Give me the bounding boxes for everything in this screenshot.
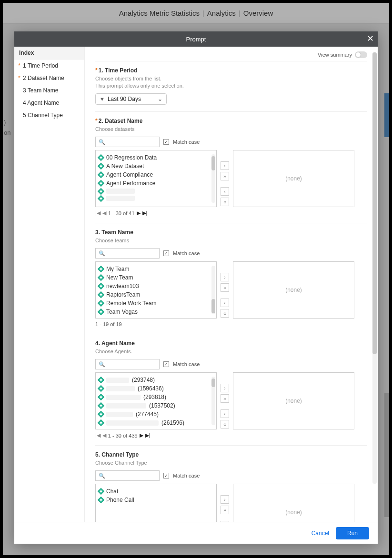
move-left-button[interactable]: ‹ [221, 299, 229, 307]
move-all-left-button[interactable]: « [221, 198, 229, 206]
section-desc: Choose teams [95, 237, 367, 244]
index-sidebar: Index 1 Time Period2 Dataset Name3 Team … [14, 47, 85, 522]
redacted-name [106, 412, 133, 417]
sidebar-item[interactable]: 3 Team Name [14, 84, 84, 97]
sidebar-item[interactable]: 1 Time Period [14, 60, 84, 72]
list-item[interactable]: newteam103 [99, 282, 213, 290]
list-item[interactable]: RaptorsTeam [99, 290, 213, 299]
agent-selected-list[interactable]: (none) [233, 372, 354, 429]
content-scrollbar[interactable] [372, 52, 377, 484]
list-item[interactable]: (261596) [99, 418, 213, 427]
move-right-button[interactable]: › [221, 273, 229, 281]
dataset-search-input[interactable]: 🔍 [95, 137, 160, 147]
list-item[interactable]: 00 Regression Data [99, 153, 213, 162]
list-item[interactable]: (293748) [99, 376, 213, 384]
move-all-left-button[interactable]: « [221, 309, 229, 318]
move-all-right-button[interactable]: » [221, 172, 229, 180]
agent-search-input[interactable]: 🔍 [95, 359, 160, 369]
match-case-checkbox[interactable] [163, 473, 169, 478]
run-button[interactable]: Run [336, 527, 369, 539]
cancel-button[interactable]: Cancel [312, 530, 329, 537]
list-scrollbar[interactable] [211, 377, 215, 425]
search-icon: 🔍 [99, 361, 105, 368]
dataset-icon [99, 284, 103, 289]
pager-next-button[interactable]: ▶ [140, 432, 143, 438]
modal-title: Prompt [186, 36, 206, 43]
move-right-button[interactable]: › [221, 495, 229, 504]
redacted-name [106, 395, 141, 400]
close-icon[interactable]: ✕ [367, 33, 374, 44]
move-left-button[interactable]: ‹ [221, 409, 229, 418]
match-case-checkbox[interactable] [163, 250, 169, 256]
dataset-icon [99, 412, 103, 417]
search-icon: 🔍 [99, 250, 105, 257]
list-item[interactable]: Chat [99, 487, 213, 496]
list-item[interactable]: (1596436) [99, 384, 213, 393]
match-case-label: Match case [173, 139, 200, 145]
list-item[interactable]: Remote Work Team [99, 299, 213, 308]
channel-search-input[interactable]: 🔍 [95, 470, 160, 481]
list-item[interactable]: My Team [99, 265, 213, 273]
section-desc: Choose Agents. [95, 348, 367, 355]
pager-last-button[interactable]: ▶| [142, 210, 148, 216]
sidebar-item[interactable]: 4 Agent Name [14, 97, 84, 109]
move-all-right-button[interactable]: » [221, 283, 229, 292]
list-item[interactable]: New Team [99, 273, 213, 282]
dataset-icon [99, 386, 103, 391]
dataset-icon [99, 172, 103, 177]
list-item[interactable]: Team Vegas [99, 308, 213, 316]
team-selected-list[interactable]: (none) [233, 261, 354, 319]
move-all-right-button[interactable]: » [221, 506, 229, 514]
match-case-checkbox[interactable] [163, 139, 169, 145]
list-item[interactable]: Phone Call [99, 496, 213, 504]
match-case-checkbox[interactable] [163, 361, 169, 367]
pager-first-button[interactable]: |◀ [95, 210, 101, 216]
team-search-input[interactable]: 🔍 [95, 248, 160, 259]
list-item[interactable]: Agent Performance [99, 179, 213, 188]
move-right-button[interactable]: › [221, 161, 229, 170]
list-item[interactable]: (293818) [99, 393, 213, 401]
move-all-right-button[interactable]: » [221, 394, 229, 403]
list-item[interactable]: A New Dataset [99, 162, 213, 170]
move-left-button[interactable]: ‹ [221, 187, 229, 196]
move-right-button[interactable]: › [221, 384, 229, 392]
pager-prev-button[interactable]: ◀ [102, 210, 106, 216]
channel-selected-list[interactable]: (none) [233, 484, 354, 522]
list-item[interactable]: (1537502) [99, 401, 213, 410]
view-summary-toggle[interactable] [355, 51, 367, 58]
dataset-icon [99, 420, 103, 425]
move-all-left-button[interactable]: « [221, 420, 229, 428]
pager-next-button[interactable]: ▶ [137, 210, 141, 216]
chevron-down-icon: ⌄ [158, 96, 162, 102]
dataset-selected-list[interactable]: (none) [233, 150, 354, 207]
dataset-icon [99, 498, 103, 502]
time-period-dropdown[interactable]: ▼ Last 90 Days ⌄ [95, 93, 167, 105]
search-icon: 🔍 [99, 139, 105, 145]
section-title: 1. Time Period [99, 67, 138, 74]
sidebar-item[interactable]: 5 Channel Type [14, 109, 84, 121]
move-left-button[interactable]: ‹ [221, 521, 229, 522]
dataset-icon [99, 196, 103, 201]
prompt-modal: Prompt ✕ Index 1 Time Period2 Dataset Na… [14, 31, 378, 544]
pager-prev-button[interactable]: ◀ [102, 432, 106, 438]
dataset-available-list[interactable]: 00 Regression DataA New DatasetAgent Com… [95, 150, 217, 207]
section-time-period: *1. Time Period Choose objects from the … [95, 61, 367, 111]
list-scrollbar[interactable] [211, 154, 215, 203]
pager-first-button[interactable]: |◀ [95, 432, 101, 438]
section-agent-name: 4. Agent Name Choose Agents. 🔍 Match cas… [95, 334, 367, 445]
dataset-icon [99, 181, 103, 186]
channel-available-list[interactable]: ChatPhone Call [95, 484, 217, 522]
sidebar-item[interactable]: 2 Dataset Name [14, 72, 84, 84]
dataset-icon [99, 395, 103, 399]
list-item[interactable]: Agent Compliance [99, 170, 213, 179]
agent-available-list[interactable]: (293748) (1596436) (293818) (1537502) (2… [95, 372, 217, 429]
pager-last-button[interactable]: ▶| [145, 432, 151, 438]
list-item[interactable] [99, 195, 213, 202]
prompt-content[interactable]: View summary *1. Time Period Choose obje… [85, 47, 378, 522]
list-item[interactable]: (277445) [99, 410, 213, 418]
team-available-list[interactable]: My TeamNew Teamnewteam103RaptorsTeamRemo… [95, 261, 217, 319]
filter-icon: ▼ [100, 96, 105, 102]
list-item[interactable] [99, 188, 213, 195]
match-case-label: Match case [173, 361, 200, 367]
list-scrollbar[interactable] [211, 266, 215, 314]
